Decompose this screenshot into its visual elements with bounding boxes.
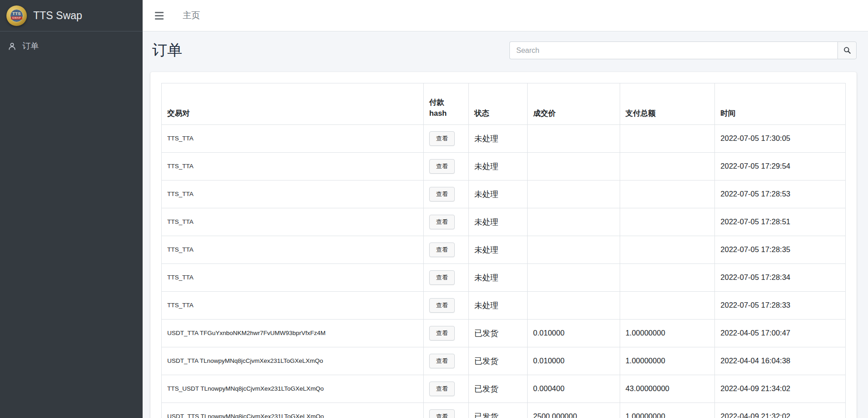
hash-cell: 查看 — [423, 375, 468, 403]
pair-cell: TTS_TTA — [162, 124, 424, 152]
table-row: TTS_TTA查看未处理2022-07-05 17:28:35 — [162, 236, 846, 263]
table-row: TTS_TTA查看未处理2022-07-05 17:28:34 — [162, 263, 846, 291]
brand-logo-icon: TTS SWAP — [6, 5, 27, 26]
view-hash-button[interactable]: 查看 — [429, 409, 455, 418]
total-cell — [620, 291, 715, 319]
pair-cell: TTS_USDT TLnowpyMNq8jcCjvmXex231LToGXeLX… — [162, 375, 424, 403]
hash-cell: 查看 — [423, 152, 468, 180]
price-cell — [528, 291, 620, 319]
view-hash-button[interactable]: 查看 — [429, 243, 455, 257]
view-hash-button[interactable]: 查看 — [429, 131, 455, 146]
header-hash: 付款 hash — [423, 83, 468, 125]
total-cell — [620, 152, 715, 180]
time-cell: 2022-07-05 17:28:33 — [715, 291, 846, 319]
view-hash-button[interactable]: 查看 — [429, 354, 455, 368]
price-cell: 0.000400 — [528, 375, 620, 403]
total-cell: 1.00000000 — [620, 347, 715, 375]
status-cell: 未处理 — [468, 208, 527, 236]
menu-toggle-button[interactable] — [154, 10, 164, 21]
pair-cell: TTS_TTA — [162, 263, 424, 291]
total-cell: 43.00000000 — [620, 375, 715, 403]
price-cell: 0.010000 — [528, 319, 620, 347]
sidebar: TTS SWAP TTS Swap 订单 — [0, 0, 143, 418]
time-cell: 2022-07-05 17:28:53 — [715, 180, 846, 208]
pair-cell: TTS_TTA — [162, 152, 424, 180]
time-cell: 2022-07-05 17:28:51 — [715, 208, 846, 236]
pair-cell: TTS_TTA — [162, 291, 424, 319]
table-row: USDT_TTA TLnowpyMNq8jcCjvmXex231LToGXeLX… — [162, 347, 846, 375]
pair-cell: USDT_TTA TFGuYxnboNKM2hwr7FvUMW93bprVfxF… — [162, 319, 424, 347]
view-hash-button[interactable]: 查看 — [429, 215, 455, 229]
orders-table: 交易对 付款 hash 状态 成交价 支付总额 时间 TTS_TTA查看未处理2… — [161, 83, 846, 418]
view-hash-button[interactable]: 查看 — [429, 159, 455, 174]
table-row: TTS_TTA查看未处理2022-07-05 17:29:54 — [162, 152, 846, 180]
header-time: 时间 — [715, 83, 846, 125]
sidebar-item-label: 订单 — [22, 41, 39, 52]
search-group — [509, 41, 857, 59]
status-cell: 未处理 — [468, 180, 527, 208]
user-icon — [7, 41, 17, 51]
page-title: 订单 — [152, 42, 182, 58]
total-cell: 1.00000000 — [620, 403, 715, 418]
nav-link-home[interactable]: 主页 — [183, 10, 200, 21]
total-cell — [620, 124, 715, 152]
search-button[interactable] — [837, 41, 857, 59]
table-row: TTS_USDT TLnowpyMNq8jcCjvmXex231LToGXeLX… — [162, 375, 846, 403]
status-cell: 已发货 — [468, 319, 527, 347]
price-cell — [528, 124, 620, 152]
total-cell: 1.00000000 — [620, 319, 715, 347]
orders-table-body: TTS_TTA查看未处理2022-07-05 17:30:05TTS_TTA查看… — [162, 124, 846, 418]
header-status: 状态 — [468, 83, 527, 125]
hash-cell: 查看 — [423, 403, 468, 418]
header-pair: 交易对 — [162, 83, 424, 125]
hash-cell: 查看 — [423, 319, 468, 347]
hash-cell: 查看 — [423, 347, 468, 375]
status-cell: 未处理 — [468, 152, 527, 180]
price-cell — [528, 208, 620, 236]
time-cell: 2022-04-09 21:32:02 — [715, 403, 846, 418]
view-hash-button[interactable]: 查看 — [429, 270, 455, 285]
top-navbar: 主页 — [143, 0, 868, 31]
time-cell: 2022-04-04 16:04:38 — [715, 347, 846, 375]
time-cell: 2022-07-05 17:28:34 — [715, 263, 846, 291]
table-row: USDT_TTA TFGuYxnboNKM2hwr7FvUMW93bprVfxF… — [162, 319, 846, 347]
view-hash-button[interactable]: 查看 — [429, 298, 455, 313]
price-cell — [528, 152, 620, 180]
table-row: TTS_TTA查看未处理2022-07-05 17:30:05 — [162, 124, 846, 152]
view-hash-button[interactable]: 查看 — [429, 326, 455, 341]
status-cell: 未处理 — [468, 291, 527, 319]
table-row: TTS_TTA查看未处理2022-07-05 17:28:51 — [162, 208, 846, 236]
status-cell: 已发货 — [468, 347, 527, 375]
pair-cell: TTS_TTA — [162, 180, 424, 208]
search-input[interactable] — [509, 41, 837, 59]
total-cell — [620, 180, 715, 208]
view-hash-button[interactable]: 查看 — [429, 187, 455, 201]
main-area: 主页 订单 — [143, 0, 868, 418]
status-cell: 未处理 — [468, 236, 527, 263]
view-hash-button[interactable]: 查看 — [429, 382, 455, 396]
table-header-row: 交易对 付款 hash 状态 成交价 支付总额 时间 — [162, 83, 846, 125]
sidebar-nav: 订单 — [0, 31, 143, 61]
total-cell — [620, 236, 715, 263]
status-cell: 未处理 — [468, 124, 527, 152]
total-cell — [620, 208, 715, 236]
status-cell: 已发货 — [468, 403, 527, 418]
status-cell: 未处理 — [468, 263, 527, 291]
sidebar-item-orders[interactable]: 订单 — [4, 36, 139, 56]
brand-logo-text: TTS — [12, 12, 21, 16]
search-icon — [843, 46, 852, 55]
pair-cell: USDT_TTS TLnowpyMNq8jcCjvmXex231LToGXeLX… — [162, 403, 424, 418]
table-row: TTS_TTA查看未处理2022-07-05 17:28:53 — [162, 180, 846, 208]
hash-cell: 查看 — [423, 124, 468, 152]
price-cell: 2500.000000 — [528, 403, 620, 418]
brand[interactable]: TTS SWAP TTS Swap — [0, 0, 143, 31]
price-cell: 0.010000 — [528, 347, 620, 375]
hash-cell: 查看 — [423, 263, 468, 291]
table-row: USDT_TTS TLnowpyMNq8jcCjvmXex231LToGXeLX… — [162, 403, 846, 418]
orders-card: 交易对 付款 hash 状态 成交价 支付总额 时间 TTS_TTA查看未处理2… — [150, 72, 857, 418]
header-price: 成交价 — [528, 83, 620, 125]
content: 订单 — [143, 31, 868, 418]
time-cell: 2022-04-05 17:00:47 — [715, 319, 846, 347]
hash-cell: 查看 — [423, 236, 468, 263]
price-cell — [528, 236, 620, 263]
